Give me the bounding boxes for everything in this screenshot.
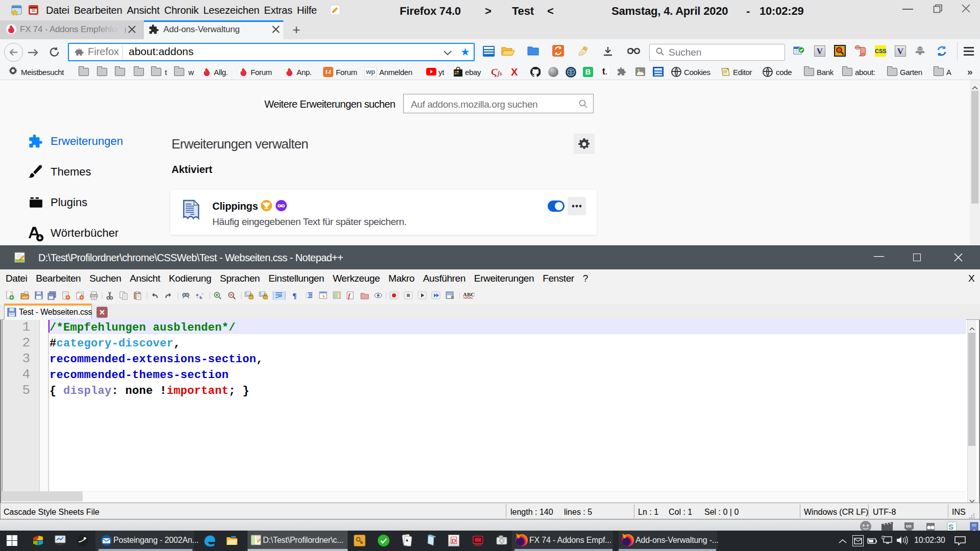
svg-text:b: b xyxy=(200,295,202,300)
svg-text:ᴜo: ᴜo xyxy=(906,523,912,529)
svg-text:S: S xyxy=(948,522,953,531)
svg-text:¶: ¶ xyxy=(292,292,297,300)
svg-text:a: a xyxy=(196,292,199,297)
svg-text:ABC: ABC xyxy=(463,291,475,297)
